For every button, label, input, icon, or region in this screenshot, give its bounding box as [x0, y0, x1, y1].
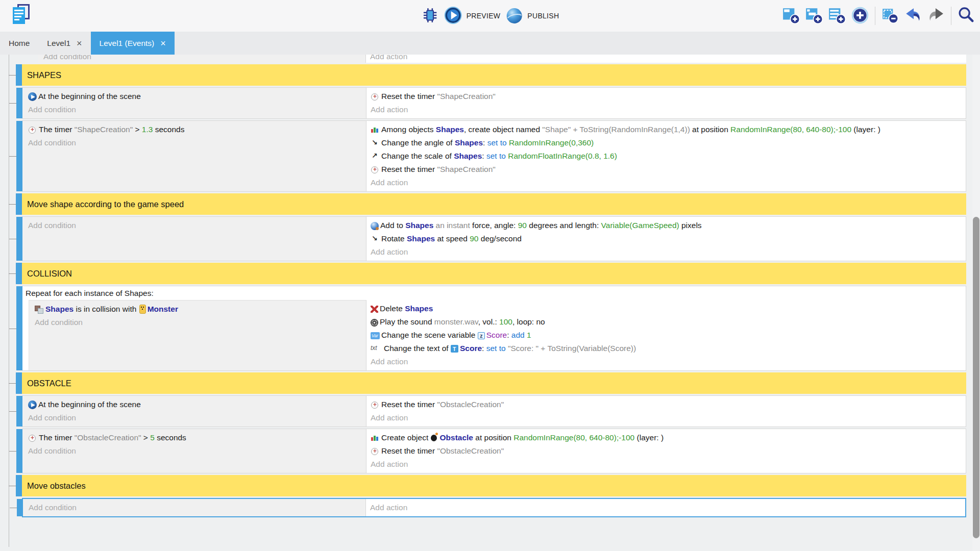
add-event-button[interactable] [780, 5, 802, 27]
add-subevent-button[interactable] [803, 5, 825, 27]
preview-button[interactable]: PREVIEW [444, 6, 501, 27]
text-part: : [483, 138, 487, 147]
text-object-icon [451, 345, 458, 353]
event-row-shape-timer: The timer "ShapeCreation" > 1.3 seconds … [22, 120, 966, 192]
add-condition-button[interactable]: Add condition [28, 444, 362, 458]
text-part: set to [486, 152, 506, 160]
add-condition-button[interactable]: Add condition [28, 219, 362, 232]
text-part: At the beginning of the scene [38, 92, 141, 101]
create-object-icon [371, 434, 380, 442]
event-row-obstacle-timer: The timer "ObstacleCreation" > 5 seconds… [22, 429, 966, 473]
action-delete[interactable]: Delete Shapes [371, 302, 962, 315]
repeat-header[interactable]: Repeat for each instance of Shapes: [22, 286, 966, 300]
action-create-object[interactable]: Create object Obstacle at position Rando… [371, 431, 962, 444]
action-create-object[interactable]: Among objects Shapes, create object name… [371, 123, 962, 136]
comment-shapes[interactable]: SHAPES [22, 64, 966, 86]
text-part: > [133, 125, 142, 134]
action-reset-timer[interactable]: Reset the timer "ObstacleCreation" [371, 398, 962, 411]
text-part: Shapes [454, 152, 482, 160]
condition-begin-scene[interactable]: At the beginning of the scene [28, 398, 362, 411]
search-button[interactable] [955, 5, 977, 27]
delete-selection-button[interactable] [879, 5, 901, 27]
add-condition-button[interactable]: Add condition [29, 501, 361, 514]
comment-collision[interactable]: COLLISION [22, 263, 966, 284]
add-condition-button[interactable]: Add condition [28, 136, 362, 149]
add-action-button[interactable]: Add action [371, 355, 962, 368]
text-part: , loop: [512, 317, 536, 326]
action-change-text[interactable]: Change the text of Score: set to "Score:… [371, 342, 962, 355]
text-part: is in collision with [74, 305, 139, 313]
variable-icon [371, 332, 380, 339]
add-any-event-button[interactable] [849, 5, 871, 27]
add-action-button[interactable]: Add action [371, 245, 962, 259]
tab-label: Level1 (Events) [100, 39, 155, 48]
text-part: deg/second [478, 234, 521, 243]
condition-begin-scene[interactable]: At the beginning of the scene [28, 90, 362, 103]
close-icon[interactable]: × [160, 39, 166, 48]
toolbar-separator [951, 7, 951, 25]
timer-icon [371, 165, 380, 173]
text-part: Reset the timer [381, 92, 437, 101]
action-add-force[interactable]: Add to Shapes an instant force, angle: 9… [371, 219, 962, 232]
text-part: Among objects [381, 125, 436, 134]
comment-move-shape[interactable]: Move shape according to the game speed [22, 193, 966, 215]
condition-collision[interactable]: Shapes is in collision with Monster [35, 303, 362, 316]
tab-level1[interactable]: Level1 × [38, 32, 90, 55]
publish-button[interactable]: PUBLISH [504, 6, 559, 27]
condition-timer[interactable]: The timer "ShapeCreation" > 1.3 seconds [28, 123, 362, 136]
tree-guide-line [9, 55, 9, 547]
text-part: Score [486, 331, 507, 339]
add-action-button[interactable]: Add action [371, 458, 962, 471]
add-action-button[interactable]: Add action [371, 411, 962, 424]
comment-obstacle[interactable]: OBSTACLE [22, 372, 966, 394]
project-manager-icon[interactable] [11, 4, 32, 28]
add-comment-button[interactable] [826, 5, 848, 27]
debug-button[interactable] [421, 6, 439, 26]
condition-timer[interactable]: The timer "ObstacleCreation" > 5 seconds [28, 431, 362, 444]
action-rotate[interactable]: Rotate Shapes at speed 90 deg/second [371, 232, 962, 245]
action-change-scene-variable[interactable]: Change the scene variable Score: add 1 [371, 329, 962, 342]
text-part: "Shape" + ToString(RandomInRange(1,4)) [542, 125, 690, 134]
preview-label: PREVIEW [467, 12, 501, 20]
events-sheet: Add condition Add action SHAPES At the b… [0, 55, 980, 551]
undo-button[interactable] [902, 5, 924, 27]
vertical-scrollbar[interactable] [972, 55, 980, 551]
text-part: RandomInRange(80, 640-80);-100 [730, 125, 851, 134]
text-part: degrees and length: [527, 221, 601, 230]
tab-bar: Home Level1 × Level1 (Events) × [0, 32, 980, 55]
text-part: Change the text of [384, 344, 451, 353]
add-condition-button[interactable]: Add condition [28, 103, 362, 116]
event-row-move-shape: Add condition Add to Shapes an instant f… [22, 216, 966, 261]
add-action-button[interactable]: Add action [370, 55, 962, 63]
comment-move-obstacles[interactable]: Move obstacles [22, 475, 966, 496]
event-row-begin-shapes: At the beginning of the scene Add condit… [22, 87, 966, 119]
text-part: Add to [380, 221, 405, 230]
add-action-button[interactable]: Add action [370, 501, 961, 514]
tab-home[interactable]: Home [0, 32, 38, 55]
action-play-sound[interactable]: Play the sound monster.wav, vol.: 100, l… [371, 315, 962, 329]
action-reset-timer[interactable]: Reset the timer "ShapeCreation" [371, 90, 962, 103]
add-action-button[interactable]: Add action [371, 103, 962, 116]
text-part: (layer: ) [851, 125, 880, 134]
close-icon[interactable]: × [77, 39, 82, 48]
event-row-selected-empty[interactable]: Add condition Add action [22, 498, 966, 517]
tab-level1-events[interactable]: Level1 (Events) × [91, 32, 175, 55]
action-change-angle[interactable]: Change the angle of Shapes: set to Rando… [371, 136, 962, 149]
redo-button[interactable] [925, 5, 947, 27]
add-condition-button[interactable]: Add condition [28, 411, 362, 424]
add-condition-button[interactable]: Add condition [35, 316, 362, 329]
text-part: Obstacle [440, 433, 473, 442]
action-change-scale[interactable]: Change the scale of Shapes: set to Rando… [371, 149, 962, 163]
text-part: , vol.: [478, 317, 499, 326]
scrollbar-thumb[interactable] [973, 217, 979, 538]
add-action-button[interactable]: Add action [371, 176, 962, 189]
text-part: RandomFloatInRange(0.8, 1.6) [508, 152, 617, 160]
action-reset-timer[interactable]: Reset the timer "ObstacleCreation" [371, 444, 962, 458]
preview-play-icon [444, 6, 463, 27]
text-part: Change the scene variable [381, 331, 478, 339]
add-condition-button[interactable]: Add condition [43, 55, 361, 63]
text-part: 90 [470, 234, 478, 243]
text-part: at position [690, 125, 730, 134]
add-any-event-icon [851, 6, 869, 26]
action-reset-timer[interactable]: Reset the timer "ShapeCreation" [371, 163, 962, 176]
